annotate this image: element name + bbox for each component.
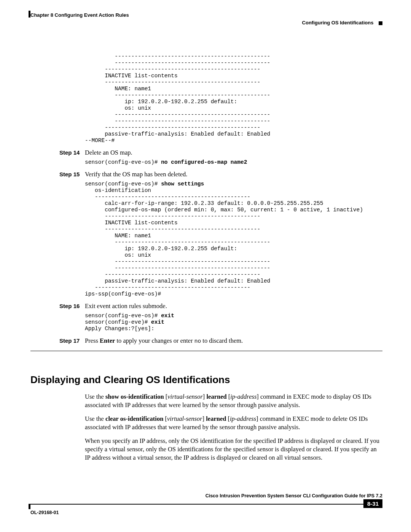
- step-14-label: Step 14: [59, 149, 85, 156]
- footer-doc-number: OL-29168-01: [30, 510, 382, 515]
- chapter-header: Chapter 8 Configuring Event Action Rules: [30, 12, 129, 18]
- step-15-code: sensor(config-eve-os)# show settings os-…: [30, 181, 382, 297]
- body-para-2: Use the clear os-identification [virtual…: [85, 415, 382, 431]
- footer-book-title: Cisco Intrusion Prevention System Sensor…: [30, 493, 382, 498]
- section-divider: [30, 351, 382, 351]
- code-block-1: ----------------------------------------…: [30, 53, 382, 144]
- step-16-code: sensor(config-eve-os)# exit sensor(confi…: [30, 313, 382, 332]
- step-16-text: Exit event action rules submode.: [85, 302, 167, 310]
- step-17-text: Press Enter to apply your changes or ent…: [85, 337, 243, 345]
- section-heading: Displaying and Clearing OS Identificatio…: [30, 374, 382, 386]
- step-14-code: sensor(config-eve-os)# no configured-os-…: [30, 159, 382, 166]
- step-15-label: Step 15: [59, 171, 85, 177]
- step-17-label: Step 17: [59, 337, 85, 344]
- page-number: 8-31: [363, 499, 382, 508]
- step-16-label: Step 16: [59, 303, 85, 309]
- step-15-text: Verify that the OS map has been deleted.: [85, 170, 187, 179]
- body-para-3: When you specify an IP address, only the…: [85, 437, 382, 462]
- section-header: Configuring OS Identifications: [302, 20, 374, 26]
- step-14-text: Delete an OS map.: [85, 149, 132, 157]
- body-para-1: Use the show os-identification [virtual-…: [85, 393, 382, 409]
- header-marker-icon: [379, 21, 382, 25]
